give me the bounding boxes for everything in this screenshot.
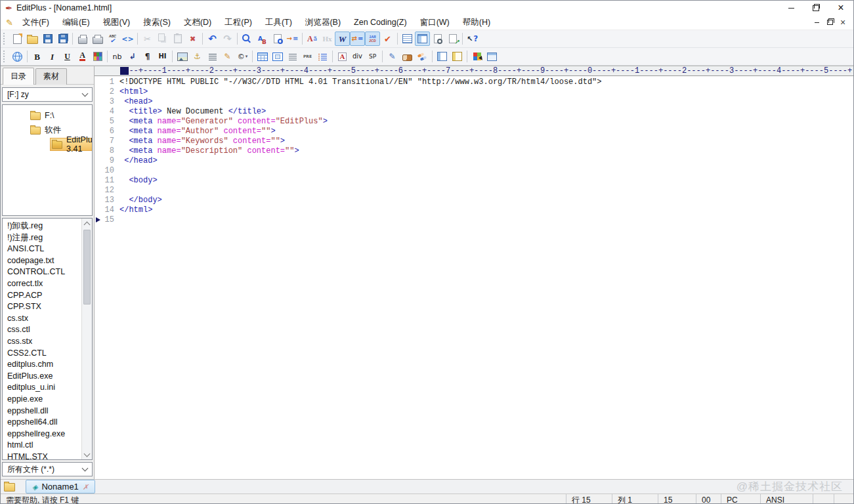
code-line[interactable]: 9 </head> [95,156,853,166]
file-item[interactable]: html.ctl [3,440,92,452]
file-item[interactable]: cs.stx [3,313,92,325]
replace-button[interactable]: AB [255,32,270,46]
spell-check-button[interactable] [105,32,120,46]
code-line[interactable]: 3 <head> [95,97,853,107]
bold-button[interactable]: B [30,49,45,64]
open-file-button[interactable] [25,32,40,46]
folder-icon[interactable] [4,483,15,492]
context-help-button[interactable]: ↖? [465,32,480,46]
cleanup-button[interactable] [400,49,415,64]
display-colors-button[interactable] [469,49,484,64]
drive-select[interactable]: [F:] zy [2,87,93,102]
word-wrap-button[interactable]: W [335,32,350,46]
anchor-button[interactable]: ⚓ [190,49,205,64]
cut-button[interactable]: ✂ [140,32,155,46]
delete-button[interactable]: ✖ [185,32,200,46]
menu-item-file[interactable]: 文件(F) [16,15,56,30]
scroll-down-button[interactable] [82,450,92,459]
scroll-up-button[interactable] [82,219,92,228]
file-list-scrollbar[interactable] [81,219,92,459]
find-in-files-button[interactable] [270,32,285,46]
code-line[interactable]: 15 [95,215,853,225]
file-item[interactable]: HTML.STX [3,452,92,460]
menu-item-document[interactable]: 文档(D) [177,15,218,30]
heading-button[interactable]: HI [155,49,170,64]
menu-item-window[interactable]: 窗口(W) [414,15,456,30]
new-file-button[interactable] [10,32,25,46]
save-button[interactable] [40,32,55,46]
menu-item-browser[interactable]: 浏览器(B) [299,15,347,30]
file-item[interactable]: !)注册.reg [3,232,92,244]
syntax-check-button[interactable]: ✔ [380,32,395,46]
hex-viewer-button[interactable]: Hx [320,32,335,46]
menu-item-edit[interactable]: 编辑(E) [56,15,96,30]
quick-edit-button[interactable]: ✎ [385,49,400,64]
close-button[interactable] [828,1,853,15]
code-line[interactable]: 14</html> [95,205,853,215]
doc-minimize-button[interactable] [810,16,823,28]
code-line[interactable]: 7 <meta name="Keywords" content=""> [95,136,853,146]
file-item[interactable]: css.stx [3,336,92,348]
special-char-button[interactable]: ©▾ [235,49,250,64]
list-button[interactable] [315,49,330,64]
doc-restore-button[interactable] [823,16,836,28]
toolbar-grip[interactable] [3,51,7,62]
paste-button[interactable] [170,32,185,46]
italic-button[interactable]: I [45,49,60,64]
file-item[interactable]: editplus.chm [3,359,92,371]
font-tag-button[interactable]: A [335,49,350,64]
line-break-button[interactable]: ↲ [125,49,140,64]
code-line[interactable]: 1<!DOCTYPE HTML PUBLIC "-//W3C//DTD HTML… [95,77,853,87]
file-filter-select[interactable]: 所有文件 (*.*) [2,462,93,476]
minimize-button[interactable] [779,1,803,15]
scrollbar-thumb[interactable] [83,230,91,304]
code-line[interactable]: 6 <meta name="Author" content=""> [95,127,853,136]
auto-indent-button[interactable]: ⇄= [350,32,365,46]
code-line[interactable]: 12 [95,186,853,196]
browser-panel-button[interactable] [435,49,450,64]
toolbar-grip[interactable] [3,33,7,45]
file-item[interactable]: ANSI.CTL [3,243,92,255]
preformat-button[interactable]: PRE [300,49,315,64]
code-line[interactable]: 11 <body> [95,176,853,186]
browser-preview-button[interactable] [430,32,445,46]
goto-line-button[interactable]: →≡ [285,32,300,46]
insert-image-button[interactable] [175,49,190,64]
tab-cliptext[interactable]: 素材 [35,68,67,85]
undo-button[interactable]: ↶ [205,32,220,46]
file-item[interactable]: CONTROL.CTL [3,266,92,278]
nonbreaking-space-button[interactable]: nb [110,49,125,64]
tab-directory[interactable]: 目录 [3,68,34,85]
menu-item-tools[interactable]: 工具(T) [259,15,299,30]
font-color-button[interactable]: A [75,49,90,64]
document-list-button[interactable] [400,32,415,46]
div-tag-button[interactable]: div [350,49,365,64]
menu-item-view[interactable]: 视图(V) [96,15,137,30]
file-item[interactable]: eppie.exe [3,394,92,406]
center-text-button[interactable] [205,49,220,64]
menu-item-help[interactable]: 帮助(H) [456,15,497,30]
file-item[interactable]: editplus_u.ini [3,382,92,394]
file-item[interactable]: EditPlus.exe [3,371,92,383]
menu-item-zencoding[interactable]: Zen Coding(Z) [347,15,414,30]
code-area[interactable]: 1<!DOCTYPE HTML PUBLIC "-//W3C//DTD HTML… [95,76,853,479]
file-item[interactable]: eppshell64.dll [3,417,92,429]
file-item[interactable]: eppshellreg.exe [3,429,92,440]
doc-close-button[interactable] [836,16,849,28]
line-number-button[interactable] [365,32,380,46]
find-button[interactable] [240,32,255,46]
file-item[interactable]: codepage.txt [3,255,92,267]
browser-button[interactable] [10,49,25,64]
file-item[interactable]: CSS2.CTL [3,348,92,360]
redo-button[interactable]: ↷ [220,32,235,46]
file-item[interactable]: css.ctl [3,324,92,336]
code-line[interactable]: 10 [95,166,853,176]
code-line[interactable]: 5 <meta name="Generator" content="EditPl… [95,117,853,127]
color-picker-button[interactable] [90,49,105,64]
save-all-button[interactable] [55,32,70,46]
code-line[interactable]: 8 <meta name="Description" content=""> [95,146,853,156]
insert-table-button[interactable] [255,49,270,64]
edit-tag-button[interactable]: ✎ [220,49,235,64]
file-item[interactable]: correct.tlx [3,278,92,290]
cliptext-panel-button[interactable] [450,49,465,64]
